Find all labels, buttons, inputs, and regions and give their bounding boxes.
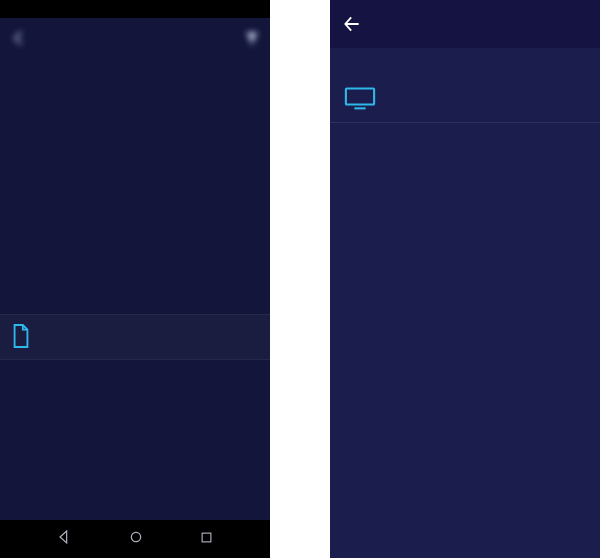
instruction-text	[330, 48, 600, 78]
phone-left	[0, 0, 270, 558]
svg-rect-1	[202, 533, 211, 542]
file-row-focused-wrap	[0, 314, 270, 360]
tv-icon	[344, 86, 376, 110]
nav-home-icon[interactable]	[128, 529, 144, 549]
nav-back-icon[interactable]	[56, 529, 72, 549]
screen-send-files	[330, 0, 600, 558]
file-icon	[10, 323, 32, 349]
header-select-file	[0, 18, 270, 60]
spacer	[270, 0, 330, 558]
svg-rect-2	[346, 89, 374, 105]
file-row-focused[interactable]	[0, 314, 270, 360]
svg-point-0	[131, 532, 140, 541]
back-icon[interactable]	[342, 14, 362, 34]
file-meta	[42, 323, 260, 326]
status-bar	[0, 0, 270, 18]
filter-icon[interactable]	[244, 30, 260, 49]
screen-select-file	[0, 18, 270, 520]
back-icon[interactable]	[10, 29, 28, 50]
header-send	[330, 0, 600, 48]
android-nav-bar	[0, 520, 270, 558]
phone-right	[330, 0, 600, 558]
nav-recent-icon[interactable]	[199, 530, 214, 549]
device-row[interactable]	[330, 78, 600, 123]
